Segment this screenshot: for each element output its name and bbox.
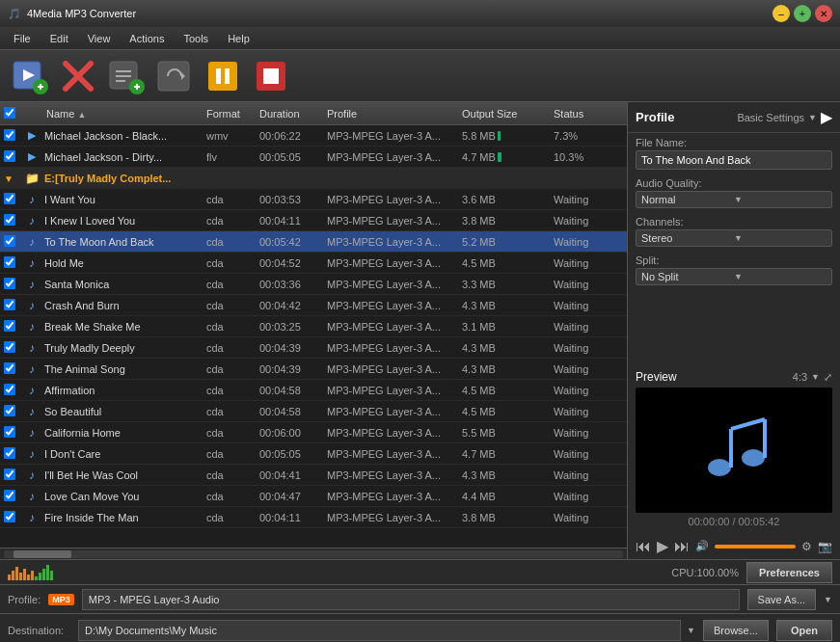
prev-button[interactable]: ⏮ — [636, 538, 651, 555]
row-duration: 00:03:53 — [259, 194, 327, 205]
table-row[interactable]: ♪ I'll Bet He Was Cool cda 00:04:41 MP3-… — [0, 465, 627, 486]
row-checkbox[interactable] — [4, 362, 15, 374]
output-size: 4.3 MB — [462, 363, 554, 375]
row-checkbox[interactable] — [4, 511, 15, 522]
table-row[interactable]: ♪ Crash And Burn cda 00:04:42 MP3-MPEG L… — [0, 295, 627, 316]
collapse-icon: ▼ — [4, 174, 14, 184]
stop-button[interactable] — [249, 54, 293, 98]
row-icon: ♪ — [21, 447, 42, 461]
row-duration: 00:04:58 — [259, 385, 327, 396]
table-row[interactable]: ♪ I Knew I Loved You cda 00:04:11 MP3-MP… — [0, 210, 627, 231]
row-checkbox[interactable] — [4, 341, 15, 353]
close-button[interactable]: ✕ — [815, 5, 832, 22]
table-row[interactable]: ♪ Fire Inside The Man cda 00:04:11 MP3-M… — [0, 507, 627, 528]
row-checkbox[interactable] — [4, 193, 15, 204]
snapshot-button[interactable]: 📷 — [818, 540, 832, 553]
menu-edit[interactable]: Edit — [41, 31, 78, 46]
row-checkbox[interactable] — [4, 490, 15, 501]
svg-line-25 — [731, 419, 765, 429]
row-duration: 00:05:05 — [259, 448, 327, 460]
select-all-checkbox[interactable] — [4, 107, 15, 119]
row-format: cda — [206, 194, 259, 205]
table-row[interactable]: ♪ So Beautiful cda 00:04:58 MP3-MPEG Lay… — [0, 401, 627, 422]
destination-bar: Destination: D:\My Documents\My Music ▼ … — [0, 613, 840, 642]
row-status: Waiting — [554, 448, 627, 460]
table-row[interactable]: ♪ To The Moon And Back cda 00:05:42 MP3-… — [0, 231, 627, 253]
row-checkbox[interactable] — [4, 299, 15, 310]
add-task-button[interactable] — [104, 54, 149, 98]
music-icon: ♪ — [29, 320, 35, 334]
row-checkbox[interactable] — [4, 384, 15, 395]
remove-button[interactable] — [56, 54, 100, 98]
table-row[interactable]: ♪ I Don't Care cda 00:05:05 MP3-MPEG Lay… — [0, 443, 627, 465]
row-checkbox[interactable] — [4, 278, 15, 289]
volume-slider[interactable] — [715, 545, 796, 548]
split-select[interactable]: No Split ▼ — [636, 268, 832, 285]
next-button[interactable]: ⏭ — [674, 538, 690, 555]
table-row[interactable]: ♪ Love Can Move You cda 00:04:47 MP3-MPE… — [0, 486, 627, 507]
preview-expand-button[interactable]: ⤢ — [824, 371, 832, 384]
table-row[interactable]: ♪ The Animal Song cda 00:04:39 MP3-MPEG … — [0, 359, 627, 380]
settings-button[interactable]: ⚙ — [801, 540, 812, 553]
row-format: cda — [206, 321, 259, 333]
table-row[interactable]: ♪ California Home cda 00:06:00 MP3-MPEG … — [0, 422, 627, 443]
channels-select[interactable]: Stereo ▼ — [636, 229, 832, 247]
file-name-input[interactable] — [636, 150, 832, 170]
row-checkbox[interactable] — [4, 320, 15, 332]
row-checkbox[interactable] — [4, 426, 15, 438]
menu-tools[interactable]: Tools — [174, 31, 218, 46]
group-name: E:[Truly Madly Complet... — [42, 173, 206, 184]
minimize-button[interactable]: – — [772, 5, 790, 22]
panel-expand-button[interactable]: ▶ — [821, 108, 832, 126]
open-button[interactable]: Open — [776, 620, 832, 641]
table-row[interactable]: ♪ Santa Monica cda 00:03:36 MP3-MPEG Lay… — [0, 274, 627, 295]
menu-file[interactable]: File — [4, 31, 41, 46]
row-checkbox[interactable] — [4, 235, 15, 247]
table-row[interactable]: ▶ Michael Jackson - Dirty... flv 00:05:0… — [0, 147, 627, 168]
row-name: I Knew I Loved You — [42, 215, 206, 227]
horizontal-scrollbar[interactable] — [0, 548, 627, 559]
browse-button[interactable]: Browse... — [703, 620, 769, 641]
output-size: 3.3 MB — [462, 279, 554, 290]
dest-arrow-icon: ▼ — [687, 626, 695, 635]
refresh-button[interactable] — [152, 54, 197, 98]
table-row[interactable]: ▶ Michael Jackson - Black... wmv 00:06:2… — [0, 125, 627, 147]
col-header-duration: Duration — [259, 108, 327, 120]
row-checkbox[interactable] — [4, 405, 15, 416]
col-header-format: Format — [206, 108, 259, 120]
row-checkbox[interactable] — [4, 447, 15, 459]
table-row[interactable]: ♪ I Want You cda 00:03:53 MP3-MPEG Layer… — [0, 189, 627, 210]
audio-quality-select[interactable]: Normal ▼ — [636, 191, 832, 208]
row-checkbox[interactable] — [4, 150, 15, 162]
row-checkbox[interactable] — [4, 214, 15, 226]
row-status: Waiting — [554, 215, 627, 227]
menu-help[interactable]: Help — [218, 31, 259, 46]
preferences-button[interactable]: Preferences — [746, 562, 832, 583]
save-as-button[interactable]: Save As... — [747, 589, 817, 610]
add-video-button[interactable] — [8, 54, 52, 98]
table-row[interactable]: ♪ Truly Madly Deeply cda 00:04:39 MP3-MP… — [0, 337, 627, 359]
row-checkbox[interactable] — [4, 129, 15, 141]
table-row[interactable]: ♪ Break Me Shake Me cda 00:03:25 MP3-MPE… — [0, 316, 627, 337]
output-size: 3.6 MB — [462, 194, 554, 205]
output-size: 3.8 MB — [462, 215, 554, 227]
row-icon: ▶ — [21, 150, 42, 163]
table-row[interactable]: ♪ Hold Me cda 00:04:52 MP3-MPEG Layer-3 … — [0, 253, 627, 274]
maximize-button[interactable]: + — [794, 5, 811, 22]
table-row[interactable]: ♪ Affirmation cda 00:04:58 MP3-MPEG Laye… — [0, 380, 627, 401]
output-size: 4.3 MB — [462, 469, 554, 481]
music-icon: ♪ — [29, 426, 35, 440]
pause-button[interactable] — [201, 54, 245, 98]
row-name: To The Moon And Back — [42, 236, 206, 248]
row-duration: 00:06:00 — [259, 427, 327, 439]
play-button[interactable]: ▶ — [657, 537, 668, 555]
row-checkbox[interactable] — [4, 256, 15, 268]
menu-actions[interactable]: Actions — [120, 31, 174, 46]
row-checkbox[interactable] — [4, 468, 15, 480]
col-header-name[interactable]: Name ▲ — [42, 108, 206, 120]
menu-view[interactable]: View — [78, 31, 121, 46]
table-row[interactable]: ▼ 📁 E:[Truly Madly Complet... — [0, 168, 627, 189]
progress-bar — [498, 152, 501, 162]
row-icon: ♪ — [21, 405, 42, 418]
output-size: 4.4 MB — [462, 491, 554, 502]
